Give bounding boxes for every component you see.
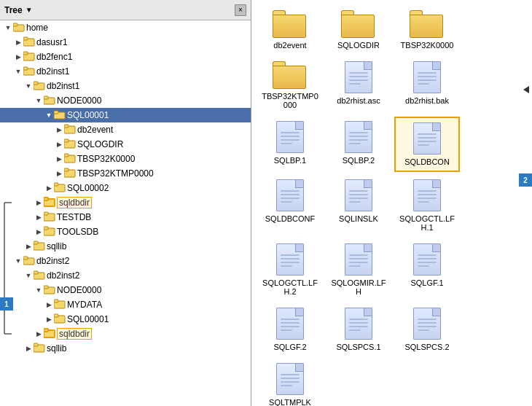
tree-item-tbsp32ktmp0000[interactable]: ▶ TBSP32KTMP0000 [0,166,251,181]
file-item-sqlbp2[interactable]: SQLBP.2 [326,117,391,172]
tree-close-button[interactable]: × [235,4,246,16]
folder-icon-db2fenc1 [23,51,36,63]
tree-item-mydata[interactable]: ▶ MYDATA [0,297,251,312]
file-item-db2rhist_asc[interactable]: db2rhist.asc [326,57,391,114]
expander-sqldbdir[interactable]: ▶ [34,198,44,208]
tree-item-dasusr1[interactable]: ▶ dasusr1 [0,35,251,50]
svg-rect-23 [54,183,58,186]
expander-db2inst1_inner[interactable]: ▼ [23,81,34,91]
file-label-sqlgf1: SQLGF.1 [410,278,443,287]
file-item-sqlgf1[interactable]: SQLGF.1 [394,239,460,300]
tree-item-db2event[interactable]: ▶ db2event [0,122,251,137]
expander-node0000_bot[interactable]: ▼ [34,285,44,295]
file-item-db2rhist_bak[interactable]: db2rhist.bak [394,57,460,114]
file-item-sqlinslk[interactable]: SQLINSLK [326,175,391,236]
file-item-sqlbp1[interactable]: SQLBP.1 [257,117,323,172]
expander-dasusr1[interactable]: ▶ [13,37,23,47]
folder-icon-db2inst2_top [23,255,36,268]
svg-rect-27 [44,212,48,215]
tree-item-label-node0000_bot: NODE0000 [57,285,101,295]
tree-item-sqldbdir_bot[interactable]: ▶ sqldbdir [0,327,251,341]
tree-scroll-area[interactable]: ▼ home▶ dasusr1▶ db2fenc1▼ db2inst1▼ db2… [0,20,251,406]
tree-item-label-db2event: db2event [77,125,113,135]
expander-db2inst2_top[interactable]: ▼ [13,256,23,266]
expander-db2inst2_inner[interactable]: ▼ [23,270,34,281]
expander-sql00001[interactable]: ▼ [44,110,54,120]
expander-sqllib_bot[interactable]: ▶ [23,343,34,354]
file-item-sqlspcs1[interactable]: SQLSPCS.1 [326,303,391,356]
tree-item-sql00001_bot[interactable]: ▶ SQL00001 [0,312,251,327]
file-item-sqlogdir[interactable]: SQLOGDIR [326,6,391,54]
tree-item-testdb[interactable]: ▶ TESTDB [0,210,251,225]
file-panel[interactable]: 2 db2event SQLOGDIR TBSP32K0000 TBSP32KT… [251,0,532,406]
file-item-sqlogctl_lfh2[interactable]: SQLOGCTL.LFH.2 [257,239,323,300]
tree-item-sqllib_top[interactable]: ▶ sqllib [0,239,251,254]
expander-sqlogdir[interactable]: ▶ [54,139,64,149]
tree-item-home[interactable]: ▼ home [0,20,251,35]
tree-item-tbsp32k0000[interactable]: ▶ TBSP32K0000 [0,152,251,166]
svg-rect-21 [64,168,69,171]
expander-tbsp32k0000[interactable]: ▶ [54,154,64,164]
tree-item-label-sql00001_bot: SQL00001 [67,314,109,324]
folder-icon-sql00002 [54,182,67,195]
expander-testdb[interactable]: ▶ [34,212,44,222]
file-item-sqldbcon[interactable]: SQLDBCON [394,117,460,172]
file-label-tbsp32k0000: TBSP32K0000 [401,41,454,50]
file-item-sqlogmir_lfh[interactable]: SQLOGMIR.LFH [326,239,391,300]
expander-sql00001_bot[interactable]: ▶ [44,314,54,324]
tree-item-db2inst2_top[interactable]: ▼ db2inst2 [0,254,251,268]
folder-icon-dasusr1 [23,36,36,49]
expander-tbsp32ktmp0000[interactable]: ▶ [54,168,64,179]
tree-dropdown-icon[interactable]: ▼ [26,6,33,14]
file-item-sqlspcs2[interactable]: SQLSPCS.2 [394,303,460,356]
expander-home[interactable]: ▼ [3,23,13,33]
expander-db2inst1_top[interactable]: ▼ [13,66,23,77]
tree-panel: Tree ▼ × 1 ▼ home▶ dasusr1▶ db2fenc1▼ db… [0,0,251,406]
folder-icon-db2inst1_top [23,66,36,78]
expander-db2event[interactable]: ▶ [54,125,64,135]
tree-item-sqlogdir[interactable]: ▶ SQLOGDIR [0,137,251,152]
folder-icon-sqldbdir [44,197,57,209]
tree-item-db2inst2_inner[interactable]: ▼ db2inst2 [0,268,251,283]
tree-item-label-testdb: TESTDB [57,212,91,222]
tree-item-db2inst1_inner[interactable]: ▼ db2inst1 [0,79,251,93]
tree-item-db2fenc1[interactable]: ▶ db2fenc1 [0,50,251,64]
file-item-sqldbconf[interactable]: SQLDBCONF [257,175,323,236]
tree-item-sql00002[interactable]: ▶ SQL00002 [0,181,251,195]
tree-item-sql00001[interactable]: ▼ SQL00001 [0,108,251,122]
svg-rect-13 [54,111,58,114]
svg-rect-39 [54,300,58,302]
doc-icon-db2rhist_bak [413,61,441,93]
doc-icon-sqlogctl_lfh2 [276,243,304,276]
doc-icon-sqlgf2 [276,308,304,340]
doc-icon-sqldbcon [413,122,441,155]
tree-item-db2inst1_top[interactable]: ▼ db2inst1 [0,64,251,79]
file-label-db2event: db2event [273,41,306,50]
svg-rect-11 [44,96,48,99]
expander-sqldbdir_bot[interactable]: ▶ [34,329,44,339]
tree-item-node0000_bot[interactable]: ▼ NODE0000 [0,283,251,297]
file-label-sqlinslk: SQLINSLK [339,214,378,223]
tree-item-sqllib_bot[interactable]: ▶ sqllib [0,341,251,356]
folder-icon-sql00001 [54,109,67,122]
expander-db2fenc1[interactable]: ▶ [13,52,23,62]
expander-sqllib_top[interactable]: ▶ [23,241,34,251]
expander-mydata[interactable]: ▶ [44,300,54,310]
tree-item-toolsdb[interactable]: ▶ TOOLSDB [0,225,251,239]
badge-1: 1 [0,297,13,311]
file-item-sqlogctl_lfh1[interactable]: SQLOGCTL.LFH.1 [394,175,460,236]
expander-toolsdb[interactable]: ▶ [34,227,44,237]
file-item-tbsp32k0000[interactable]: TBSP32K0000 [394,6,460,54]
tree-item-sqldbdir[interactable]: ▶ sqldbdir [0,195,251,210]
expander-node0000_top[interactable]: ▼ [34,95,44,106]
expander-sql00002[interactable]: ▶ [44,183,54,193]
file-item-sqlgf2[interactable]: SQLGF.2 [257,303,323,356]
file-label-db2rhist_asc: db2rhist.asc [337,96,380,105]
file-item-tbsp32ktmp0000[interactable]: TBSP32KTMP0000 [257,57,323,114]
file-item-sqltmplk[interactable]: SQLTMPLK [257,359,323,406]
file-label-sqlspcs1: SQLSPCS.1 [336,343,380,351]
tree-item-label-db2fenc1: db2fenc1 [36,52,72,62]
tree-item-node0000_top[interactable]: ▼ NODE0000 [0,93,251,108]
file-item-db2event[interactable]: db2event [257,6,323,54]
file-label-sqlogctl_lfh1: SQLOGCTL.LFH.1 [397,214,457,232]
